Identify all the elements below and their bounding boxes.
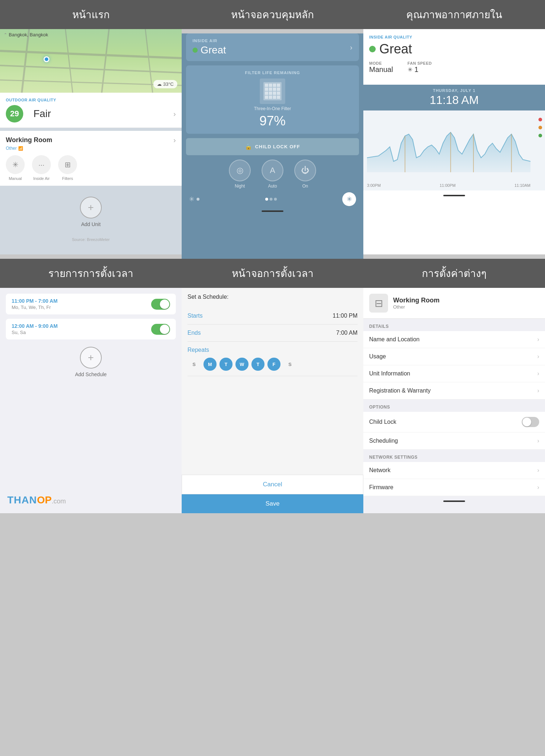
save-button[interactable]: Save: [182, 494, 363, 513]
inside-air-icon-item[interactable]: ··· Inside Air: [32, 155, 51, 181]
schedule-2-toggle[interactable]: [151, 324, 170, 335]
outdoor-aq-title: OUTDOOR AIR QUALITY: [6, 98, 176, 102]
slider-dot-3[interactable]: [274, 198, 277, 201]
day-tuesday[interactable]: T: [219, 358, 233, 371]
toggle-2-knob: [160, 325, 169, 334]
day-saturday[interactable]: S: [283, 358, 296, 371]
device-icon-box: ⊟: [369, 294, 388, 313]
add-unit-button[interactable]: +: [80, 197, 102, 218]
filters-icon-item[interactable]: ⊞ Filters: [58, 155, 77, 181]
schedule-item-2[interactable]: 12:00 AM - 9:00 AM Su, Sa: [6, 319, 176, 339]
fan-small-icon: ✳: [189, 195, 194, 203]
add-schedule-label: Add Schedule: [75, 371, 106, 377]
night-mode-button[interactable]: ◎ Night: [229, 160, 251, 189]
cancel-button[interactable]: Cancel: [182, 475, 363, 494]
usage-row[interactable]: Usage ›: [363, 348, 545, 365]
starts-value: 11:00 PM: [333, 313, 358, 319]
unit-info-row[interactable]: Unit Information ›: [363, 365, 545, 382]
ends-label: Ends: [187, 330, 201, 336]
child-lock-toggle[interactable]: [522, 417, 539, 427]
location-bar: ⌃ Bangkok, Bangkok: [4, 32, 48, 37]
name-location-label: Name and Location: [369, 336, 420, 343]
day-circles-row: S M T W T F S: [187, 358, 296, 371]
set-schedule-title: Set a Schedule:: [187, 294, 358, 300]
filter-box: [260, 79, 285, 104]
control-header: หน้าจอควบคุมหลัก: [182, 0, 363, 29]
svg-line-2: [22, 29, 29, 93]
svg-line-5: [145, 29, 153, 93]
fan-speed-row: ✳ ✳: [189, 192, 356, 206]
child-lock-label: CHILD LOCK OFF: [255, 144, 300, 149]
day-wednesday[interactable]: W: [235, 358, 249, 371]
child-lock-row[interactable]: Child Lock: [363, 412, 545, 433]
auto-mode-icon: A: [262, 160, 283, 181]
device-type: Other: [393, 304, 440, 310]
fan-large-icon: ✳: [347, 195, 352, 203]
filters-label: Filters: [62, 176, 73, 181]
cloud-icon: ☁: [157, 81, 162, 87]
schedule-2-days: Su, Sa: [12, 330, 58, 335]
outdoor-aq-card[interactable]: OUTDOOR AIR QUALITY 29 Fair ›: [0, 93, 182, 128]
wifi-icon: 📶: [18, 146, 23, 151]
iaq-mode-block: MODE Manual: [369, 61, 393, 74]
iaq-fan-label: FAN SPEED: [408, 61, 432, 65]
day-sunday[interactable]: S: [187, 358, 201, 371]
iaq-mode-val: Manual: [369, 65, 393, 74]
iaq-mode-label: MODE: [369, 61, 393, 65]
details-section-label: DETAILS: [363, 319, 545, 331]
toggle-1-knob: [160, 299, 169, 309]
child-lock-settings-label: Child Lock: [369, 419, 396, 425]
ends-row[interactable]: Ends 7:00 AM: [187, 325, 358, 342]
schedule-edit-header: หน้าจอการตั้งเวลา: [182, 259, 363, 288]
iaq-green-dot: [369, 46, 376, 52]
iaq-home-indicator: [443, 195, 465, 196]
day-thursday[interactable]: T: [251, 358, 265, 371]
repeats-row: Repeats S M T W T F S: [187, 342, 358, 376]
device-header: ⊟ Working Room Other: [363, 288, 545, 319]
firmware-row[interactable]: Firmware ›: [363, 479, 545, 496]
working-room-name: Working Room: [6, 136, 52, 144]
chart-label-2: 11:00PM: [440, 183, 456, 188]
on-mode-button[interactable]: ⏻ On: [294, 160, 316, 189]
inside-air-green-dot: [193, 48, 198, 53]
manual-icon-item[interactable]: ✳ Manual: [6, 155, 25, 181]
scheduling-row[interactable]: Scheduling ›: [363, 433, 545, 450]
schedule-1-toggle[interactable]: [151, 299, 170, 310]
temperature-text: 33°C: [163, 81, 174, 87]
auto-mode-button[interactable]: A Auto: [262, 160, 283, 189]
day-friday[interactable]: F: [267, 358, 280, 371]
map-area: ⌃ Bangkok, Bangkok ☁ 33°C: [0, 29, 182, 93]
add-schedule-button[interactable]: +: [80, 347, 102, 369]
schedule-list-header: รายการการตั้งเวลา: [0, 259, 182, 288]
iaq-inner: INSIDE AIR QUALITY Great MODE Manual FAN…: [363, 29, 545, 85]
child-lock-toggle-knob: [522, 418, 531, 426]
starts-row[interactable]: Starts 11:00 PM: [187, 307, 358, 325]
slider-dot-2[interactable]: [270, 198, 272, 201]
inside-air-card[interactable]: INSIDE AIR Great ›: [186, 33, 359, 61]
iaq-chart-area: 3:00PM 11:00PM 11:10AM: [363, 110, 545, 190]
fan-circle-white: ✳: [342, 192, 356, 206]
filters-icon-circle: ⊞: [58, 155, 77, 174]
home-indicator-bar: [262, 210, 283, 212]
working-room-type: Other: [6, 146, 17, 151]
network-row[interactable]: Network ›: [363, 462, 545, 479]
schedule-item-1[interactable]: 11:00 PM - 7:00 AM Mo, Tu, We, Th, Fr: [6, 294, 176, 314]
inside-air-label: Inside Air: [33, 176, 49, 181]
chart-label-1: 3:00PM: [367, 183, 381, 188]
filter-life-title: FILTER LIFE REMAINING: [193, 71, 352, 75]
fan-icon-circle: ✳: [6, 155, 25, 174]
reg-warranty-row[interactable]: Registration & Warranty ›: [363, 382, 545, 399]
name-location-row[interactable]: Name and Location ›: [363, 331, 545, 348]
fan-speed-slider[interactable]: [265, 198, 277, 201]
night-mode-icon: ◎: [229, 160, 251, 181]
schedule-2-time: 12:00 AM - 9:00 AM: [12, 323, 58, 329]
day-monday[interactable]: M: [203, 358, 217, 371]
slider-dot-1[interactable]: [265, 198, 268, 201]
filter-card: FILTER LIFE REMAINING Three-In-One Filte…: [186, 65, 359, 134]
working-room-icons-row: ✳ Manual ··· Inside Air ⊞ Filters: [6, 155, 176, 181]
iaq-fan-val: 1: [415, 65, 419, 74]
firmware-label: Firmware: [369, 484, 393, 491]
working-room-card[interactable]: Working Room › Other 📶 ✳ Manual ··· Insi…: [0, 131, 182, 186]
child-lock-button[interactable]: 🔒 CHILD LOCK OFF: [186, 138, 359, 155]
scheduling-label: Scheduling: [369, 438, 398, 444]
